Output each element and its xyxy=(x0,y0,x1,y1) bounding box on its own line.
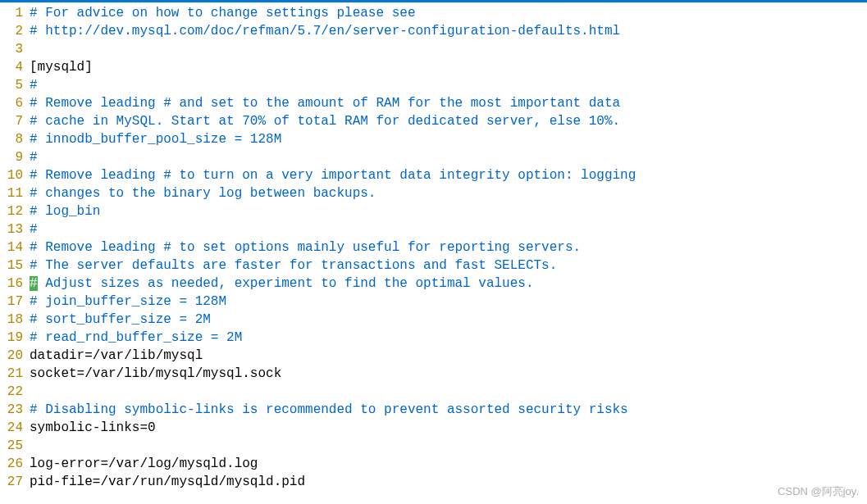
line-number: 11 xyxy=(0,184,30,202)
line-number: 27 xyxy=(0,473,30,491)
code-line[interactable] xyxy=(30,437,867,455)
line-number: 22 xyxy=(0,383,30,401)
comment-text: # Remove leading # to set options mainly… xyxy=(30,240,581,255)
comment-text: # For advice on how to change settings p… xyxy=(30,6,415,20)
code-editor[interactable]: 1234567891011121314151617181920212223242… xyxy=(0,2,867,491)
line-number: 6 xyxy=(0,94,30,112)
code-line[interactable]: # xyxy=(30,220,867,238)
code-line[interactable]: # read_rnd_buffer_size = 2M xyxy=(30,329,867,347)
comment-text: # join_buffer_size = 128M xyxy=(30,294,226,309)
code-line[interactable]: # xyxy=(30,76,867,94)
code-text: socket=/var/lib/mysql/mysql.sock xyxy=(30,366,281,381)
line-number: 9 xyxy=(0,148,30,166)
comment-text: # xyxy=(30,150,38,165)
code-line[interactable]: # xyxy=(30,148,867,166)
comment-text: # innodb_buffer_pool_size = 128M xyxy=(30,132,281,147)
comment-text: # Remove leading # to turn on a very imp… xyxy=(30,168,636,183)
comment-text: # Remove leading # and set to the amount… xyxy=(30,96,620,111)
line-number: 5 xyxy=(0,76,30,94)
code-line[interactable]: [mysqld] xyxy=(30,58,867,76)
line-number: 12 xyxy=(0,202,30,220)
line-number: 15 xyxy=(0,257,30,275)
code-line[interactable]: # The server defaults are faster for tra… xyxy=(30,257,867,275)
comment-text: # cache in MySQL. Start at 70% of total … xyxy=(30,114,620,129)
code-text: symbolic-links=0 xyxy=(30,420,156,435)
comment-text: Adjust sizes as needed, experiment to fi… xyxy=(38,276,534,291)
line-number: 21 xyxy=(0,365,30,383)
comment-text: # sort_buffer_size = 2M xyxy=(30,312,211,327)
code-line[interactable]: # join_buffer_size = 128M xyxy=(30,293,867,311)
line-number: 25 xyxy=(0,437,30,455)
code-text: log-error=/var/log/mysqld.log xyxy=(30,456,258,471)
code-line[interactable]: pid-file=/var/run/mysqld/mysqld.pid xyxy=(30,473,867,491)
line-number: 13 xyxy=(0,220,30,238)
comment-text: # Disabling symbolic-links is recommende… xyxy=(30,402,628,417)
line-number: 20 xyxy=(0,347,30,365)
code-line[interactable]: # Remove leading # and set to the amount… xyxy=(30,94,867,112)
code-text: pid-file=/var/run/mysqld/mysqld.pid xyxy=(30,474,305,489)
comment-text: # http://dev.mysql.com/doc/refman/5.7/en… xyxy=(30,24,620,39)
comment-text: # xyxy=(30,222,38,237)
code-area[interactable]: # For advice on how to change settings p… xyxy=(30,4,867,491)
comment-text: # log_bin xyxy=(30,204,100,219)
line-number: 24 xyxy=(0,419,30,437)
line-number: 4 xyxy=(0,58,30,76)
comment-text: # changes to the binary log between back… xyxy=(30,186,376,201)
code-line[interactable]: # sort_buffer_size = 2M xyxy=(30,311,867,329)
code-line[interactable]: # Adjust sizes as needed, experiment to … xyxy=(30,275,867,293)
line-number: 14 xyxy=(0,238,30,257)
line-number: 16 xyxy=(0,275,30,293)
code-line[interactable]: datadir=/var/lib/mysql xyxy=(30,347,867,365)
code-text: datadir=/var/lib/mysql xyxy=(30,348,203,363)
watermark: CSDN @阿亮joy. xyxy=(778,484,859,499)
line-number: 3 xyxy=(0,40,30,58)
code-line[interactable]: socket=/var/lib/mysql/mysql.sock xyxy=(30,365,867,383)
cursor-char: # xyxy=(30,276,38,291)
code-line[interactable]: log-error=/var/log/mysqld.log xyxy=(30,455,867,473)
line-number: 19 xyxy=(0,329,30,347)
line-number: 8 xyxy=(0,130,30,148)
code-line[interactable]: # changes to the binary log between back… xyxy=(30,184,867,202)
line-number: 17 xyxy=(0,293,30,311)
code-line[interactable]: # For advice on how to change settings p… xyxy=(30,4,867,22)
line-number: 23 xyxy=(0,401,30,419)
line-number-gutter: 1234567891011121314151617181920212223242… xyxy=(0,4,30,491)
code-line[interactable]: # cache in MySQL. Start at 70% of total … xyxy=(30,112,867,130)
comment-text: # read_rnd_buffer_size = 2M xyxy=(30,330,242,345)
code-line[interactable] xyxy=(30,40,867,58)
code-line[interactable]: # Disabling symbolic-links is recommende… xyxy=(30,401,867,419)
code-line[interactable]: # log_bin xyxy=(30,202,867,220)
code-line[interactable]: # http://dev.mysql.com/doc/refman/5.7/en… xyxy=(30,22,867,40)
line-number: 1 xyxy=(0,4,30,22)
comment-text: # The server defaults are faster for tra… xyxy=(30,258,557,273)
line-number: 2 xyxy=(0,22,30,40)
code-line[interactable] xyxy=(30,383,867,401)
line-number: 18 xyxy=(0,311,30,329)
code-line[interactable]: # Remove leading # to set options mainly… xyxy=(30,238,867,257)
code-line[interactable]: # innodb_buffer_pool_size = 128M xyxy=(30,130,867,148)
line-number: 7 xyxy=(0,112,30,130)
code-line[interactable]: symbolic-links=0 xyxy=(30,419,867,437)
comment-text: # xyxy=(30,78,38,93)
line-number: 10 xyxy=(0,166,30,184)
line-number: 26 xyxy=(0,455,30,473)
code-line[interactable]: # Remove leading # to turn on a very imp… xyxy=(30,166,867,184)
code-text: [mysqld] xyxy=(30,60,93,75)
